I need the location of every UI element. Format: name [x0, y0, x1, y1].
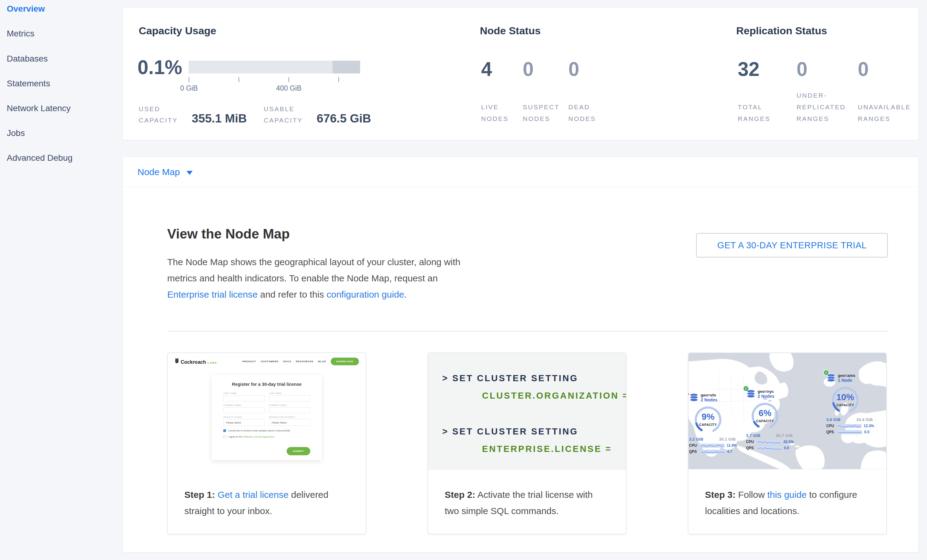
axis-tick-label-mid: 400 GiB [264, 84, 313, 93]
first-name-field-mock [223, 395, 264, 401]
node-map-description: The Node Map shows the geographical layo… [167, 254, 461, 302]
axis-tick [188, 77, 189, 82]
axis-tick [338, 77, 339, 82]
database-nodes-icon [746, 390, 756, 399]
capacity-usage-title: Capacity Usage [139, 25, 216, 37]
sidebar: Overview Metrics Databases Statements Ne… [0, 0, 123, 560]
map-cluster-nyc: ✓ geo=nyc 2 Nodes [746, 389, 794, 450]
map-cluster-sfo: geo=sfo 2 Nodes 9% CAPACITY 3.2 GiB35.1 … [689, 393, 737, 454]
sidebar-item-databases[interactable]: Databases [7, 54, 48, 64]
live-nodes-label: LIVENODES [481, 101, 509, 124]
cockroach-labs-logo: Cockroach LABS [175, 358, 217, 365]
node-map-header-bar: Node Map [123, 157, 918, 187]
sidebar-item-metrics[interactable]: Metrics [7, 29, 34, 39]
sidebar-item-jobs[interactable]: Jobs [7, 128, 25, 138]
site-mock-nav: PRODUCT CUSTOMERS DOCS RESOURCES BLOG DO… [242, 358, 359, 365]
sql-commands-figure: > SET CLUSTER SETTING CLUSTER.ORGANIZATI… [428, 353, 626, 470]
step-3-caption: Step 3: Follow this guide to configure l… [688, 470, 886, 519]
live-nodes-value: 4 [481, 58, 492, 80]
step-1-caption: Step 1: Get a trial license delivered st… [168, 470, 366, 519]
configuration-guide-link[interactable]: configuration guide [327, 289, 404, 299]
checkbox-empty-icon [223, 436, 226, 438]
checkbox-checked-icon [223, 429, 226, 432]
total-ranges-label: TOTALRANGES [738, 101, 770, 124]
cluster-overview-panel: Capacity Usage 0.1% 0 GiB 400 GiB USED C… [123, 8, 919, 140]
page-title: View the Node Map [167, 226, 290, 241]
usable-capacity-value: 676.5 GiB [317, 112, 371, 125]
capacity-bar-other-segment [333, 61, 360, 73]
capacity-gauge: 9% CAPACITY [693, 405, 723, 434]
trial-license-form-mock: Register for a 30-day trial license FIRS… [211, 375, 322, 460]
trial-registration-screenshot: Cockroach LABS PRODUCT CUSTOMERS DOCS RE… [168, 353, 366, 470]
chevron-down-icon [187, 171, 193, 175]
section-divider [167, 331, 888, 332]
dead-nodes-value: 0 [568, 58, 579, 80]
reason-select-mock: Please Select [269, 419, 310, 426]
company-email-field-mock [269, 407, 310, 413]
capacity-gauge: 6% CAPACITY [750, 401, 780, 431]
unavailable-value: 0 [858, 58, 869, 80]
suspect-nodes-label: SUSPECTNODES [523, 101, 559, 124]
site-mock-header: Cockroach LABS PRODUCT CUSTOMERS DOCS RE… [168, 353, 366, 370]
under-replicated-value: 0 [796, 58, 808, 80]
database-nodes-icon [689, 393, 699, 402]
unavailable-label: UNAVAILABLERANGES [858, 101, 911, 124]
step-2-card: > SET CLUSTER SETTING CLUSTER.ORGANIZATI… [427, 352, 626, 534]
step-3-card: geo=sfo 2 Nodes 9% CAPACITY 3.2 GiB35.1 … [688, 352, 887, 534]
sidebar-item-overview[interactable]: Overview [7, 4, 45, 14]
used-capacity-value: 355.1 MiB [192, 112, 247, 125]
node-status-title: Node Status [480, 25, 541, 37]
db-console-overview-page: Overview Metrics Databases Statements Ne… [0, 0, 927, 560]
sidebar-item-network-latency[interactable]: Network Latency [7, 103, 71, 113]
cockroach-bug-icon [175, 358, 179, 364]
sidebar-item-statements[interactable]: Statements [7, 79, 50, 88]
step-2-caption: Step 2: Activate the trial license with … [428, 470, 626, 519]
map-cluster-ams: ✓ geo=ams 1 Node [826, 373, 874, 434]
node-map-view-selector[interactable]: Node Map [137, 167, 193, 177]
total-ranges-value: 32 [738, 58, 760, 80]
project-phase-select-mock: Please Select [223, 419, 264, 426]
axis-tick [239, 77, 239, 82]
used-capacity-label: USED CAPACITY [139, 103, 178, 126]
under-replicated-label: UNDER-REPLICATEDRANGES [796, 90, 845, 124]
node-map-preview-image: geo=sfo 2 Nodes 9% CAPACITY 3.2 GiB35.1 … [688, 353, 886, 470]
get-trial-license-link[interactable]: Get a trial license [217, 490, 289, 500]
enterprise-trial-button[interactable]: GET A 30-DAY ENTERPRISE TRIAL [696, 233, 888, 258]
database-node-icon [826, 373, 836, 383]
enterprise-trial-license-link[interactable]: Enterprise trial license [167, 289, 258, 299]
last-name-field-mock [269, 395, 310, 401]
this-guide-link[interactable]: this guide [767, 490, 806, 500]
axis-tick [289, 77, 289, 82]
node-map-panel: Node Map View the Node Map The Node Map … [123, 157, 919, 552]
capacity-gauge: 10% CAPACITY [831, 385, 860, 415]
axis-tick-label-start: 0 GiB [164, 84, 213, 93]
suspect-nodes-value: 0 [523, 58, 534, 80]
download-button-mock: DOWNLOAD [331, 358, 359, 365]
company-name-field-mock [223, 407, 264, 413]
usable-capacity-label: USABLE CAPACITY [264, 103, 302, 126]
submit-button-mock: SUBMIT [287, 447, 310, 455]
capacity-used-percent: 0.1% [137, 56, 182, 79]
sidebar-item-advanced-debug[interactable]: Advanced Debug [7, 153, 73, 163]
capacity-usage-bar [188, 61, 360, 73]
dead-nodes-label: DEADNODES [568, 101, 596, 124]
replication-status-title: Replication Status [736, 25, 827, 37]
step-1-card: Cockroach LABS PRODUCT CUSTOMERS DOCS RE… [167, 352, 366, 534]
